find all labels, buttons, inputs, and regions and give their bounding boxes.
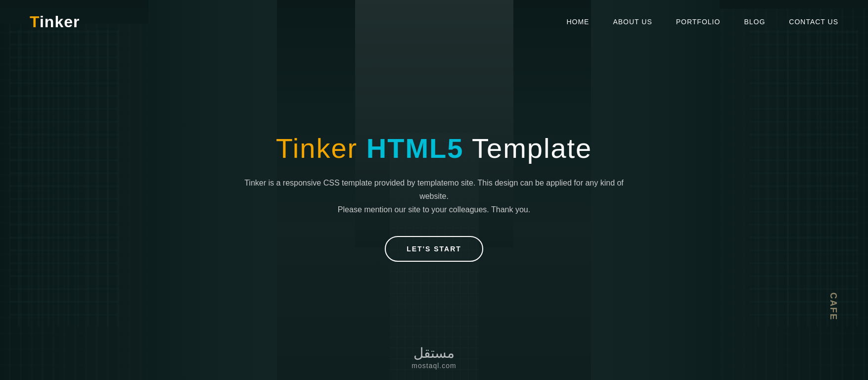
nav-link-blog[interactable]: BLOG bbox=[744, 18, 765, 26]
nav-link-home[interactable]: HOME bbox=[566, 18, 589, 26]
hero-section: CAFE Tinker HOME ABOUT US PORTFOLIO BLOG… bbox=[0, 0, 868, 380]
nav-item-contact[interactable]: CONTACT US bbox=[789, 17, 838, 26]
nav-item-portfolio[interactable]: PORTFOLIO bbox=[676, 17, 721, 26]
logo[interactable]: Tinker bbox=[30, 13, 80, 31]
hero-content: Tinker HTML5 Template Tinker is a respon… bbox=[0, 44, 868, 380]
nav-link-contact[interactable]: CONTACT US bbox=[789, 18, 838, 26]
nav-item-home[interactable]: HOME bbox=[566, 17, 589, 26]
nav-links: HOME ABOUT US PORTFOLIO BLOG CONTACT US bbox=[566, 17, 838, 26]
hero-title-html5: HTML5 bbox=[366, 133, 464, 164]
nav-item-about[interactable]: ABOUT US bbox=[613, 17, 652, 26]
hero-subtitle-line2: Please mention our site to your colleagu… bbox=[338, 205, 530, 214]
hero-subtitle: Tinker is a responsive CSS template prov… bbox=[231, 176, 637, 217]
hero-title-tinker: Tinker bbox=[276, 133, 366, 164]
hero-subtitle-line1: Tinker is a responsive CSS template prov… bbox=[244, 179, 624, 200]
watermark-latin: mostaql.com bbox=[411, 362, 456, 370]
nav-item-blog[interactable]: BLOG bbox=[744, 17, 765, 26]
watermark: مستقل mostaql.com bbox=[411, 345, 456, 370]
logo-text: inker bbox=[40, 13, 80, 31]
nav-link-about[interactable]: ABOUT US bbox=[613, 18, 652, 26]
navbar: Tinker HOME ABOUT US PORTFOLIO BLOG CONT… bbox=[0, 0, 868, 44]
hero-title-template: Template bbox=[463, 133, 592, 164]
hero-title: Tinker HTML5 Template bbox=[276, 132, 593, 164]
cta-button[interactable]: LET'S START bbox=[385, 236, 483, 262]
logo-letter-t: T bbox=[30, 13, 40, 31]
nav-link-portfolio[interactable]: PORTFOLIO bbox=[676, 18, 721, 26]
watermark-arabic: مستقل bbox=[411, 345, 456, 361]
